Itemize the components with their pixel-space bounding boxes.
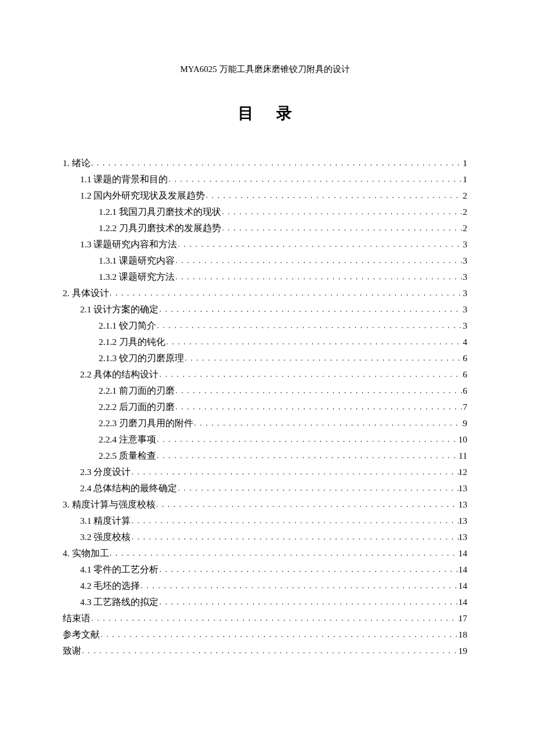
toc-leader-dots bbox=[156, 502, 459, 508]
toc-entry-label: 2.2.5 质量检查 bbox=[99, 451, 156, 460]
toc-entry-label: 2.4 总体结构的最终确定 bbox=[80, 484, 177, 493]
toc-entry-page: 17 bbox=[459, 614, 468, 623]
toc-row: 2.4 总体结构的最终确定13 bbox=[63, 484, 467, 493]
toc-row: 2.3 分度设计12 bbox=[63, 467, 467, 477]
toc-entry-label: 1. 绪论 bbox=[63, 159, 91, 168]
toc-entry-page: 13 bbox=[459, 500, 468, 509]
toc-entry-label: 2.2.4 注意事项 bbox=[99, 435, 156, 444]
toc-row: 2.1.2 刀具的钝化4 bbox=[63, 337, 467, 347]
toc-entry-label: 3.2 强度校核 bbox=[80, 532, 131, 542]
toc-entry-page: 14 bbox=[459, 565, 468, 574]
toc-leader-dots bbox=[177, 242, 463, 248]
toc-entry-label: 2.2 具体的结构设计 bbox=[80, 370, 158, 379]
toc-leader-dots bbox=[109, 291, 463, 297]
toc-entry-label: 4.3 工艺路线的拟定 bbox=[80, 597, 158, 607]
toc-entry-label: 2.3 分度设计 bbox=[80, 467, 131, 477]
toc-entry-page: 3 bbox=[463, 256, 467, 265]
toc-row: 2.2.2 后刀面的刃磨7 bbox=[63, 402, 467, 412]
toc-entry-label: 3. 精度计算与强度校核 bbox=[63, 500, 156, 509]
toc-entry-page: 3 bbox=[463, 272, 467, 282]
toc-entry-page: 9 bbox=[463, 419, 467, 428]
toc-entry-label: 2.1.3 铰刀的刃磨原理 bbox=[99, 354, 184, 363]
toc-row: 2.1 设计方案的确定3 bbox=[63, 305, 467, 314]
toc-leader-dots bbox=[140, 584, 458, 589]
toc-entry-label: 4. 实物加工 bbox=[63, 549, 109, 558]
toc-leader-dots bbox=[165, 340, 463, 345]
toc-entry-page: 4 bbox=[463, 337, 467, 347]
toc-entry-label: 1.3.1 课题研究内容 bbox=[99, 256, 175, 265]
toc-row: 3. 精度计算与强度校核13 bbox=[63, 500, 467, 509]
toc-row: 1.3.1 课题研究内容3 bbox=[63, 256, 467, 265]
toc-entry-page: 1 bbox=[463, 159, 467, 168]
toc-leader-dots bbox=[221, 210, 463, 215]
toc-entry-page: 18 bbox=[459, 630, 468, 639]
toc-leader-dots bbox=[175, 275, 463, 280]
toc-row: 2.2 具体的结构设计6 bbox=[63, 370, 467, 379]
toc-leader-dots bbox=[175, 405, 463, 411]
toc-row: 2.1.3 铰刀的刃磨原理6 bbox=[63, 354, 467, 363]
toc-leader-dots bbox=[109, 551, 459, 557]
toc-entry-label: 致谢 bbox=[63, 646, 81, 656]
toc-row: 1. 绪论1 bbox=[63, 159, 467, 168]
toc-entry-page: 1 bbox=[463, 175, 467, 184]
toc-entry-page: 7 bbox=[463, 402, 467, 412]
toc-entry-page: 2 bbox=[463, 224, 467, 233]
toc-entry-page: 3 bbox=[463, 289, 467, 298]
toc-entry-label: 结束语 bbox=[63, 614, 91, 623]
toc-row: 2. 具体设计3 bbox=[63, 289, 467, 298]
toc-entry-label: 2.2.3 刃磨刀具用的附件 bbox=[99, 419, 193, 428]
toc-entry-label: 2.1 设计方案的确定 bbox=[80, 305, 158, 314]
toc-entry-label: 1.2.2 刀具刃磨技术的发展趋势 bbox=[99, 224, 221, 233]
toc-entry-label: 参考文献 bbox=[63, 630, 100, 639]
toc-leader-dots bbox=[131, 535, 458, 541]
toc-leader-dots bbox=[175, 388, 463, 394]
toc-entry-page: 11 bbox=[459, 451, 467, 460]
toc-entry-page: 14 bbox=[459, 581, 468, 591]
toc-entry-page: 10 bbox=[459, 435, 468, 444]
toc-leader-dots bbox=[156, 453, 459, 459]
toc-row: 3.1 精度计算13 bbox=[63, 516, 467, 525]
toc-row: 4.3 工艺路线的拟定14 bbox=[63, 597, 467, 607]
toc-entry-label: 2.2.1 前刀面的刃磨 bbox=[99, 386, 175, 395]
toc-entry-label: 1.3.2 课题研究方法 bbox=[99, 272, 175, 282]
toc-entry-label: 1.1 课题的背景和目的 bbox=[80, 175, 168, 184]
toc-entry-page: 13 bbox=[459, 516, 468, 525]
toc-entry-label: 2.2.2 后刀面的刃磨 bbox=[99, 402, 175, 412]
toc-leader-dots bbox=[193, 421, 463, 427]
toc-row: 1.2.1 我国刀具刃磨技术的现状2 bbox=[63, 207, 467, 217]
toc-row: 1.1 课题的背景和目的1 bbox=[63, 175, 467, 184]
toc-leader-dots bbox=[156, 323, 463, 329]
toc-leader-dots bbox=[131, 470, 458, 476]
toc-entry-page: 2 bbox=[463, 191, 467, 200]
toc-row: 2.2.3 刃磨刀具用的附件9 bbox=[63, 419, 467, 428]
toc-entry-page: 3 bbox=[463, 240, 467, 249]
toc-entry-label: 2.1.2 刀具的钝化 bbox=[99, 337, 165, 347]
toc-entry-page: 6 bbox=[463, 370, 467, 379]
toc-entry-page: 12 bbox=[459, 467, 468, 477]
toc-row: 3.2 强度校核13 bbox=[63, 532, 467, 542]
toc-row: 参考文献18 bbox=[63, 630, 467, 639]
toc-entry-label: 1.2 国内外研究现状及发展趋势 bbox=[80, 191, 205, 200]
toc-leader-dots bbox=[184, 356, 463, 362]
toc-entry-page: 13 bbox=[459, 484, 468, 493]
toc-leader-dots bbox=[221, 226, 463, 232]
toc-entry-page: 19 bbox=[459, 646, 468, 656]
toc-row: 4.2 毛坯的选择14 bbox=[63, 581, 467, 591]
toc-row: 2.2.5 质量检查11 bbox=[63, 451, 467, 460]
toc-entry-label: 3.1 精度计算 bbox=[80, 516, 131, 525]
toc-row: 4. 实物加工14 bbox=[63, 549, 467, 558]
toc-row: 结束语17 bbox=[63, 614, 467, 623]
toc-row: 2.2.1 前刀面的刃磨6 bbox=[63, 386, 467, 395]
toc-leader-dots bbox=[205, 193, 463, 199]
toc-entry-label: 1.3 课题研究内容和方法 bbox=[80, 240, 177, 249]
toc-row: 4.1 零件的工艺分析14 bbox=[63, 565, 467, 574]
toc-leader-dots bbox=[81, 649, 459, 654]
toc-leader-dots bbox=[158, 567, 458, 573]
toc-row: 2.2.4 注意事项10 bbox=[63, 435, 467, 444]
toc-leader-dots bbox=[131, 519, 458, 524]
toc-leader-dots bbox=[158, 372, 463, 378]
toc-leader-dots bbox=[158, 600, 458, 606]
toc-leader-dots bbox=[177, 486, 458, 492]
toc-entry-page: 14 bbox=[459, 549, 468, 558]
toc-entry-label: 2. 具体设计 bbox=[63, 289, 109, 298]
